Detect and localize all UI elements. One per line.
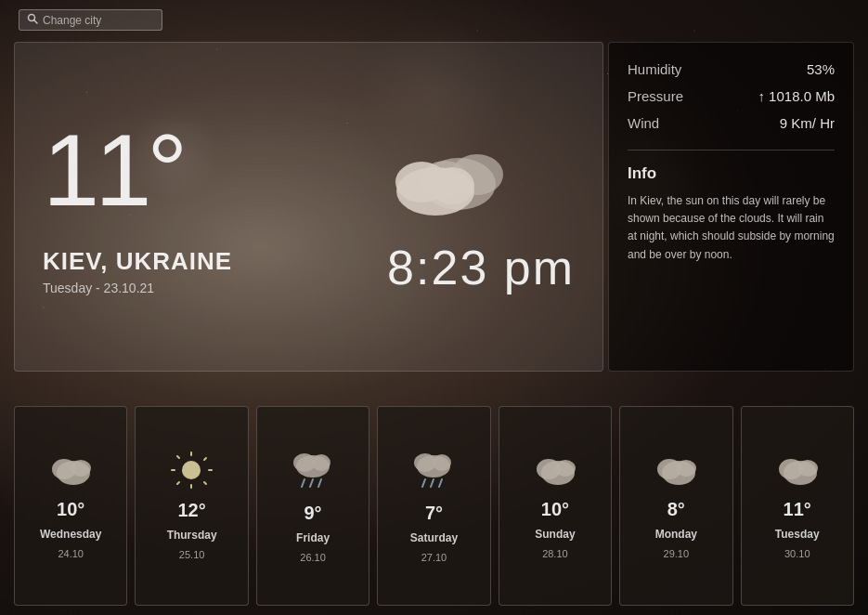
current-date: Tuesday - 23.10.21 [43, 281, 232, 295]
main-weather-icon [370, 119, 519, 221]
wind-value: 9 Km/ Hr [780, 115, 835, 131]
forecast-card: 12° Thursday 25.10 [135, 406, 248, 606]
forecast-temp: 10° [57, 499, 84, 520]
forecast-day: Sunday [535, 528, 575, 541]
svg-line-29 [422, 479, 425, 487]
svg-line-18 [204, 458, 206, 460]
svg-line-30 [431, 479, 434, 487]
forecast-day: Saturday [410, 531, 458, 544]
svg-point-34 [555, 460, 576, 477]
forecast-icon-cloudy [532, 452, 578, 491]
svg-point-28 [433, 454, 451, 471]
svg-point-10 [71, 460, 91, 477]
forecast-icon-cloudy [47, 452, 94, 491]
forecast-date: 26.10 [300, 552, 326, 563]
wind-label: Wind [628, 115, 659, 131]
forecast-card: 8° Monday 29.10 [619, 406, 732, 606]
location-time-row: KIEV, UKRAINE Tuesday - 23.10.21 8:23 pm [43, 240, 575, 295]
city-name: KIEV, UKRAINE [43, 247, 232, 276]
svg-line-23 [302, 479, 304, 487]
weather-stats: Humidity 53% Pressure ↑ 1018.0 Mb Wind 9… [628, 61, 835, 131]
svg-line-31 [439, 479, 442, 487]
svg-line-1 [34, 20, 37, 23]
current-time: 8:23 pm [387, 240, 575, 295]
humidity-value: 53% [807, 61, 835, 77]
pressure-value: ↑ 1018.0 Mb [758, 88, 835, 104]
humidity-label: Humidity [628, 61, 681, 77]
search-wrapper[interactable] [19, 9, 162, 31]
pressure-label: Pressure [628, 88, 683, 104]
forecast-date: 29.10 [664, 548, 690, 559]
forecast-temp: 8° [667, 499, 685, 520]
info-panel: Humidity 53% Pressure ↑ 1018.0 Mb Wind 9… [608, 42, 854, 372]
forecast-date: 28.10 [542, 548, 568, 559]
info-text: In Kiev, the sun on this day will rarely… [628, 192, 835, 264]
svg-point-37 [676, 460, 696, 477]
forecast-date: 24.10 [58, 548, 84, 559]
forecast-day: Friday [296, 531, 330, 544]
forecast-temp: 9° [304, 503, 321, 524]
location-info: KIEV, UKRAINE Tuesday - 23.10.21 [43, 247, 232, 295]
info-title: Info [628, 164, 835, 183]
forecast-day: Thursday [167, 529, 217, 542]
svg-line-17 [204, 482, 206, 484]
forecast-day: Monday [655, 528, 697, 541]
forecast-date: 25.10 [179, 549, 205, 560]
forecast-date: 30.10 [784, 548, 810, 559]
wind-row: Wind 9 Km/ Hr [628, 115, 835, 131]
forecast-icon-cloudy [774, 452, 821, 491]
search-input[interactable] [43, 14, 154, 27]
svg-point-11 [182, 461, 201, 479]
forecast-card: 10° Sunday 28.10 [499, 406, 612, 606]
svg-line-25 [318, 479, 321, 487]
forecast-temp: 7° [425, 503, 443, 524]
forecast-icon-sunny [171, 451, 213, 492]
forecast-temp: 12° [178, 500, 206, 521]
forecast-strip: 10° Wednesday 24.10 12° Thursday 25.10 [14, 406, 854, 606]
svg-line-16 [177, 456, 179, 458]
forecast-card: 9° Friday 26.10 [256, 406, 369, 606]
forecast-temp: 10° [541, 499, 569, 520]
forecast-card: 11° Tuesday 30.10 [741, 406, 854, 606]
pressure-row: Pressure ↑ 1018.0 Mb [628, 88, 835, 104]
search-icon [27, 13, 38, 27]
forecast-card: 7° Saturday 27.10 [377, 406, 490, 606]
svg-line-19 [177, 482, 179, 484]
divider [628, 150, 835, 150]
svg-point-7 [430, 167, 474, 204]
forecast-icon-rainy [290, 450, 336, 495]
forecast-day: Tuesday [775, 528, 820, 541]
svg-point-22 [312, 454, 330, 471]
search-bar [19, 9, 162, 31]
forecast-card: 10° Wednesday 24.10 [14, 406, 127, 606]
forecast-day: Wednesday [40, 528, 101, 541]
svg-point-40 [797, 460, 818, 477]
forecast-temp: 11° [784, 499, 811, 520]
temp-icon-row: 11° [43, 119, 575, 221]
svg-line-24 [310, 479, 313, 487]
humidity-row: Humidity 53% [628, 61, 835, 77]
current-temperature: 11° [43, 119, 183, 221]
main-weather-panel: 11° KIEV, UKRAINE Tuesday - 23.10.21 8:2… [14, 42, 603, 372]
forecast-icon-rainy [410, 450, 457, 495]
forecast-icon-cloudy [653, 452, 699, 491]
forecast-date: 27.10 [421, 552, 447, 563]
